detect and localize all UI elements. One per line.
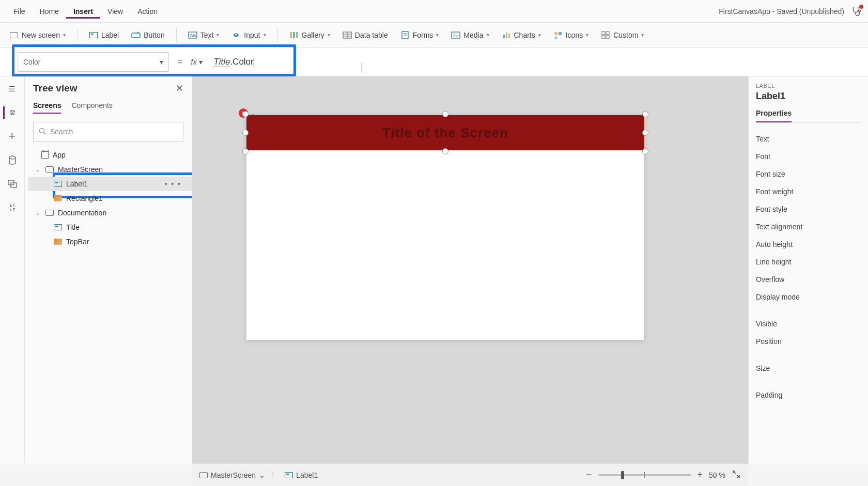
insert-label-button[interactable]: Label [84, 27, 124, 43]
tree-screen-documentation[interactable]: ⌄ Documentation [28, 206, 192, 220]
prop-lineheight[interactable]: Line height [756, 253, 861, 271]
tree-app[interactable]: App [28, 148, 192, 162]
tab-screens[interactable]: Screens [33, 99, 61, 114]
prop-textalign[interactable]: Text alignment [756, 218, 861, 236]
tree-item-title[interactable]: Title [28, 220, 192, 234]
resize-handle[interactable] [642, 111, 648, 117]
prop-fontsize[interactable]: Font size [756, 165, 861, 183]
search-input[interactable]: Search [33, 122, 183, 142]
media-label: Media [463, 31, 483, 39]
tab-components[interactable]: Components [71, 99, 112, 114]
forms-icon [400, 30, 410, 40]
prop-fontstyle[interactable]: Font style [756, 200, 861, 218]
close-icon[interactable]: ✕ [176, 83, 183, 94]
label-icon [89, 30, 98, 40]
resize-handle[interactable] [642, 148, 648, 154]
chevron-down-icon: ▾ [586, 32, 588, 38]
screen-label: MasterScreen [58, 165, 103, 174]
prop-size[interactable]: Size [756, 359, 861, 377]
prop-font[interactable]: Font [756, 148, 861, 165]
prop-padding[interactable]: Padding [756, 386, 861, 404]
chevron-down-icon: ▾ [216, 32, 219, 38]
resize-handle[interactable] [242, 130, 249, 136]
data-rail-button[interactable] [6, 154, 19, 166]
insert-custom-button[interactable]: Custom ▾ [596, 27, 649, 43]
tree-item-topbar[interactable]: TopBar [28, 234, 192, 249]
slider-thumb[interactable] [621, 471, 624, 479]
svg-point-21 [554, 32, 557, 35]
tree-view-panel: Tree view ✕ Screens Components Search Ap… [25, 76, 192, 463]
tab-properties[interactable]: Properties [756, 107, 792, 122]
prop-visible[interactable]: Visible [756, 315, 861, 333]
error-dot-icon [859, 5, 863, 9]
prop-autoheight[interactable]: Auto height [756, 236, 861, 253]
insert-button-button[interactable]: Button [126, 27, 169, 43]
insert-charts-button[interactable]: Charts ▾ [497, 27, 546, 43]
breadcrumb-control[interactable]: Label1 [285, 471, 318, 479]
tree-item-rectangle1[interactable]: Rectangle1 [28, 191, 192, 206]
rect-icon [54, 195, 62, 201]
chevron-down-icon: ▾ [198, 58, 202, 66]
insert-gallery-button[interactable]: Gallery ▾ [284, 27, 335, 43]
svg-point-30 [40, 128, 44, 133]
menu-action[interactable]: Action [130, 4, 165, 19]
tree-screen-master[interactable]: ⌄ MasterScreen [28, 162, 192, 177]
resize-handle[interactable] [442, 148, 448, 154]
app-title: FirstCanvasApp - Saved (Unpublished) [719, 7, 850, 15]
zoom-out-button[interactable]: − [586, 469, 592, 481]
button-text: Button [144, 31, 164, 39]
insert-input-button[interactable]: Input ▾ [226, 27, 271, 43]
zoom-value: 50 % [709, 471, 725, 479]
breadcrumb-screen[interactable]: MasterScreen ⌄ [199, 471, 265, 479]
item-label: Title [66, 223, 80, 231]
resize-handle[interactable] [442, 111, 448, 117]
media-rail-button[interactable] [6, 178, 19, 190]
label-icon [285, 472, 293, 478]
prop-position[interactable]: Position [756, 333, 861, 350]
charts-label: Charts [514, 31, 535, 39]
insert-ribbon: New screen ▾ Label Button Abc Text ▾ Inp… [0, 23, 868, 48]
tree-view-rail-button[interactable] [3, 106, 16, 119]
resize-handle[interactable] [642, 130, 648, 136]
prop-fontweight[interactable]: Font weight [756, 183, 861, 200]
advanced-rail-button[interactable] [6, 201, 19, 214]
fx-button[interactable]: fx ▾ [191, 58, 203, 66]
menu-insert[interactable]: Insert [66, 4, 100, 19]
resize-handle[interactable] [242, 111, 249, 117]
label-icon [54, 224, 62, 230]
screen-icon [199, 472, 208, 478]
item-label: Rectangle1 [66, 194, 103, 202]
insert-forms-button[interactable]: Forms ▾ [395, 27, 444, 43]
insert-text-button[interactable]: Abc Text ▾ [183, 27, 225, 43]
menu-home[interactable]: Home [33, 4, 66, 19]
canvas[interactable]: Title of the Screen ✕ ⌄ [192, 76, 748, 463]
insert-icons-button[interactable]: Icons ▾ [548, 27, 594, 43]
new-screen-button[interactable]: New screen ▾ [4, 27, 71, 43]
fit-screen-icon[interactable] [732, 469, 741, 480]
insert-rail-button[interactable]: + [6, 130, 19, 143]
property-dropdown[interactable]: Color ▾ [18, 52, 169, 72]
menu-file[interactable]: File [6, 4, 33, 19]
hamburger-icon[interactable]: ☰ [6, 83, 19, 95]
formula-input[interactable]: Title.Color [213, 56, 254, 67]
svg-rect-26 [606, 36, 609, 39]
resize-handle[interactable] [242, 148, 249, 154]
prop-overflow[interactable]: Overflow [756, 271, 861, 288]
tree-item-label1[interactable]: Label1 • • • [28, 177, 192, 191]
more-icon[interactable]: • • • [165, 180, 181, 188]
input-label: Input [244, 31, 260, 39]
menu-view[interactable]: View [100, 4, 130, 19]
label-text: Label [101, 31, 119, 39]
app-checker-icon[interactable] [850, 6, 862, 17]
prop-displaymode[interactable]: Display mode [756, 288, 861, 306]
insert-datatable-button[interactable]: Data table [337, 27, 393, 43]
menu-bar: File Home Insert View Action FirstCanvas… [0, 0, 868, 23]
zoom-in-button[interactable]: + [698, 469, 703, 480]
svg-rect-24 [606, 32, 609, 35]
zoom-slider[interactable] [598, 474, 691, 476]
prop-text[interactable]: Text [756, 130, 861, 148]
rect-icon [54, 239, 62, 245]
insert-media-button[interactable]: Media ▾ [446, 27, 494, 43]
label-icon [54, 181, 62, 187]
datatable-label: Data table [355, 31, 388, 39]
